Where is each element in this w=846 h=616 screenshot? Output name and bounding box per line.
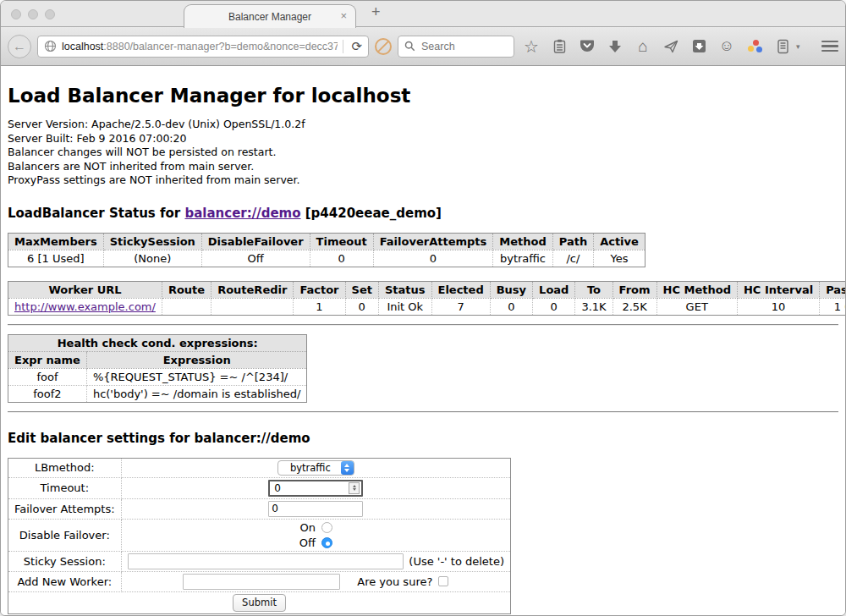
window-controls xyxy=(11,9,55,19)
disable-failover-off-radio[interactable] xyxy=(321,537,332,548)
cell-elected: 7 xyxy=(431,298,490,315)
save-page-icon[interactable] xyxy=(688,36,710,58)
horizontal-rule xyxy=(8,411,838,413)
table-row: foof2 hc('body') =~ /domain is establish… xyxy=(8,385,307,402)
balancer-demo-link[interactable]: balancer://demo xyxy=(184,206,300,221)
form-row-add-worker: Add New Worker: Are you sure? xyxy=(8,571,511,591)
new-tab-button[interactable]: + xyxy=(371,3,381,21)
col-elected: Elected xyxy=(431,281,490,298)
col-from: From xyxy=(613,281,656,298)
worker-url-link[interactable]: http://www.example.com/ xyxy=(14,300,156,313)
health-table-title: Health check cond. expressions: xyxy=(8,334,307,351)
timeout-label: Timeout: xyxy=(8,477,122,498)
reload-button[interactable]: ⟳ xyxy=(349,39,365,54)
edit-balancer-form: LBmethod: bytraffic Timeout: xyxy=(8,458,511,614)
cell-expr-name: foof xyxy=(8,368,87,385)
timeout-input[interactable] xyxy=(272,481,349,495)
form-row-failover: Failover Attempts: xyxy=(8,498,511,519)
disable-failover-label: Disable Failover: xyxy=(8,519,122,551)
back-button[interactable]: ← xyxy=(8,35,31,58)
page-content: Load Balancer Manager for localhost Serv… xyxy=(1,66,845,616)
url-text[interactable]: localhost:8880/balancer-manager?b=demo&n… xyxy=(62,41,338,52)
site-identity-globe-icon[interactable] xyxy=(43,36,57,58)
chevron-down-icon[interactable]: ▾ xyxy=(796,42,800,51)
col-stickysession: StickySession xyxy=(103,233,201,250)
chat-smiley-icon[interactable]: ☺ xyxy=(716,36,738,58)
cell-worker-url: http://www.example.com/ xyxy=(8,298,162,315)
status-heading-prefix: LoadBalancer Status for xyxy=(8,206,184,221)
col-expression: Expression xyxy=(86,351,307,368)
server-info: Server Version: Apache/2.5.0-dev (Unix) … xyxy=(8,118,838,188)
loadbalancer-status-heading: LoadBalancer Status for balancer://demo … xyxy=(8,206,838,221)
persist-note-line: Balancer changes will NOT be persisted o… xyxy=(8,146,838,160)
cell-path: /c/ xyxy=(552,250,593,267)
url-bar[interactable]: localhost:8880/balancer-manager?b=demo&n… xyxy=(37,36,369,58)
col-factor: Factor xyxy=(294,281,345,298)
sticky-session-input[interactable] xyxy=(128,553,404,569)
search-icon xyxy=(404,36,415,58)
tab-close-icon[interactable]: × xyxy=(340,9,347,22)
reading-list-icon[interactable] xyxy=(548,36,570,58)
cell-hc-method: GET xyxy=(656,298,737,315)
col-method: Method xyxy=(493,233,552,250)
send-tab-icon[interactable] xyxy=(660,36,682,58)
add-worker-input[interactable] xyxy=(183,574,340,590)
pocket-icon[interactable] xyxy=(576,36,598,58)
proxypass-note-line: ProxyPass settings are NOT inherited fro… xyxy=(8,173,838,188)
health-check-table: Health check cond. expressions: Expr nam… xyxy=(8,334,307,403)
cell-busy: 0 xyxy=(490,298,532,315)
tab-balancer-manager[interactable]: Balancer Manager × xyxy=(184,4,356,28)
col-timeout: Timeout xyxy=(310,233,373,250)
col-busy: Busy xyxy=(490,281,532,298)
cell-maxmembers: 6 [1 Used] xyxy=(8,250,104,267)
lbmethod-selected-value: bytraffic xyxy=(287,462,341,474)
col-to: To xyxy=(575,281,613,298)
table-header-row: Expr name Expression xyxy=(8,351,307,368)
zoom-window-button[interactable] xyxy=(45,9,55,19)
col-load: Load xyxy=(533,281,575,298)
table-header-row: Worker URL Route RouteRedir Factor Set S… xyxy=(8,281,846,298)
number-spinner-icon[interactable] xyxy=(349,482,360,494)
table-row: foof %{REQUEST_STATUS} =~ /^[234]/ xyxy=(8,368,307,385)
cell-expr-name: foof2 xyxy=(8,385,87,402)
cell-passes: 1 (0) xyxy=(820,298,845,315)
failover-attempts-input[interactable] xyxy=(268,501,363,517)
content-blocked-icon[interactable] xyxy=(375,38,392,55)
search-input[interactable] xyxy=(420,40,508,53)
col-failoverattempts: FailoverAttempts xyxy=(373,233,493,250)
color-extension-icon[interactable] xyxy=(744,36,766,58)
radio-on-label: On xyxy=(299,521,316,534)
cell-expression: %{REQUEST_STATUS} =~ /^[234]/ xyxy=(86,368,307,385)
table-row: http://www.example.com/ 1 0 Init Ok 7 0 … xyxy=(8,298,846,315)
sticky-session-label: Sticky Session: xyxy=(8,551,122,571)
search-bar[interactable] xyxy=(398,36,514,58)
cell-factor: 1 xyxy=(294,298,345,315)
form-row-lbmethod: LBmethod: bytraffic xyxy=(8,458,511,477)
are-you-sure-checkbox[interactable] xyxy=(438,576,448,586)
menu-hamburger-icon[interactable] xyxy=(819,36,841,58)
cell-timeout: 0 xyxy=(310,250,373,267)
col-disablefailover: DisableFailover xyxy=(201,233,310,250)
lbmethod-select[interactable]: bytraffic xyxy=(277,460,354,476)
tab-bar: Balancer Manager × + xyxy=(1,1,845,27)
cell-expression: hc('body') =~ /domain is established/ xyxy=(86,385,307,402)
disable-failover-on-radio[interactable] xyxy=(321,522,332,533)
col-routeredir: RouteRedir xyxy=(212,281,294,298)
col-active: Active xyxy=(594,233,645,250)
timeout-input-wrapper xyxy=(268,480,363,497)
submit-button[interactable]: Submit xyxy=(233,594,286,612)
cell-set: 0 xyxy=(345,298,378,315)
container-icon[interactable] xyxy=(772,36,794,58)
status-heading-suffix: [p4420eeae_demo] xyxy=(301,206,442,221)
form-row-timeout: Timeout: xyxy=(8,477,511,498)
bookmark-star-icon[interactable]: ☆ xyxy=(520,36,542,58)
cell-disablefailover: Off xyxy=(201,250,310,267)
cell-route xyxy=(162,298,211,315)
close-window-button[interactable] xyxy=(11,9,21,19)
downloads-icon[interactable] xyxy=(604,36,626,58)
cell-hc-interval: 10 xyxy=(737,298,819,315)
home-icon[interactable]: ⌂ xyxy=(632,36,654,58)
minimize-window-button[interactable] xyxy=(28,9,38,19)
form-row-submit: Submit xyxy=(8,591,511,613)
table-row: 6 [1 Used] (None) Off 0 0 bytraffic /c/ … xyxy=(8,250,645,267)
